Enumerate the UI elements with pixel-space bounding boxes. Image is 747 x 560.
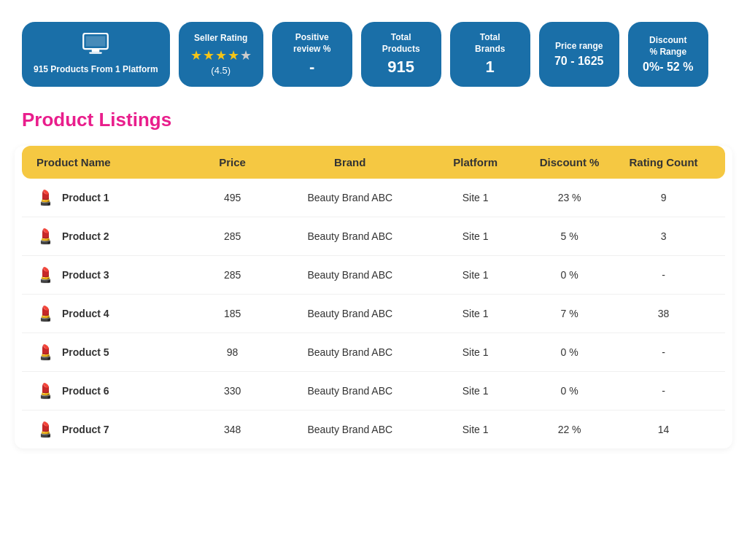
- lipstick-icon: 💄: [36, 189, 55, 206]
- price-cell: 348: [193, 424, 271, 435]
- rating-cell: -: [616, 269, 711, 281]
- product-name-text: Product 2: [62, 230, 109, 242]
- col-header-brand: Brand: [271, 156, 428, 168]
- total-brands-label: TotalBrands: [475, 32, 505, 55]
- lipstick-icon: 💄: [36, 305, 55, 322]
- stat-card-total-products: TotalProducts 915: [361, 22, 441, 87]
- col-header-discount: Discount %: [522, 156, 616, 168]
- stat-card-seller-rating: Seller Rating ★ ★ ★ ★ ★ (4.5): [179, 22, 263, 87]
- platform-cell: Site 1: [428, 385, 522, 397]
- brand-cell: Beauty Brand ABC: [271, 192, 428, 203]
- platform-cell: Site 1: [428, 269, 522, 281]
- brand-cell: Beauty Brand ABC: [271, 230, 428, 242]
- star-1: ★: [190, 47, 202, 63]
- discount-cell: 0 %: [522, 269, 616, 281]
- table-row: 💄 Product 5 98 Beauty Brand ABC Site 1 0…: [22, 333, 725, 372]
- platform-cell: Site 1: [428, 424, 522, 435]
- products-platform-label: 915 Products From 1 Platform: [34, 64, 158, 76]
- lipstick-icon: 💄: [36, 421, 55, 438]
- platform-cell: Site 1: [428, 230, 522, 242]
- table-row: 💄 Product 7 348 Beauty Brand ABC Site 1 …: [22, 411, 725, 448]
- lipstick-icon: 💄: [36, 266, 55, 284]
- rating-cell: 3: [616, 230, 711, 242]
- table-row: 💄 Product 2 285 Beauty Brand ABC Site 1 …: [22, 217, 725, 256]
- seller-rating-label: Seller Rating: [194, 33, 247, 44]
- product-name-cell: 💄 Product 2: [36, 228, 193, 245]
- rating-cell: 9: [616, 192, 711, 203]
- table-header: Product Name Price Brand Platform Discou…: [22, 146, 725, 179]
- svg-rect-1: [92, 50, 100, 52]
- rating-cell: 38: [616, 308, 711, 319]
- table-row: 💄 Product 6 330 Beauty Brand ABC Site 1 …: [22, 372, 725, 411]
- product-name-text: Product 5: [62, 346, 109, 358]
- price-range-value: 70 - 1625: [554, 55, 604, 68]
- product-name-cell: 💄 Product 3: [36, 266, 193, 284]
- discount-cell: 0 %: [522, 385, 616, 397]
- price-cell: 98: [193, 346, 271, 358]
- lipstick-icon: 💄: [36, 382, 55, 400]
- svg-rect-2: [90, 52, 103, 54]
- star-rating: ★ ★ ★ ★ ★: [190, 47, 252, 63]
- price-cell: 495: [193, 192, 271, 203]
- price-cell: 185: [193, 308, 271, 319]
- positive-review-label: Positivereview %: [293, 32, 330, 55]
- lipstick-icon: 💄: [36, 343, 55, 361]
- price-cell: 285: [193, 269, 271, 281]
- col-header-rating: Rating Count: [616, 156, 711, 168]
- total-brands-value: 1: [486, 58, 495, 77]
- table-row: 💄 Product 1 495 Beauty Brand ABC Site 1 …: [22, 179, 725, 217]
- table-row: 💄 Product 3 285 Beauty Brand ABC Site 1 …: [22, 256, 725, 295]
- brand-cell: Beauty Brand ABC: [271, 308, 428, 319]
- total-products-value: 915: [387, 58, 414, 77]
- total-products-label: TotalProducts: [382, 32, 420, 55]
- platform-cell: Site 1: [428, 346, 522, 358]
- col-header-platform: Platform: [428, 156, 522, 168]
- stat-card-price-range: Price range 70 - 1625: [539, 22, 619, 87]
- price-cell: 285: [193, 230, 271, 242]
- product-name-cell: 💄 Product 6: [36, 382, 193, 400]
- product-name-cell: 💄 Product 7: [36, 421, 193, 438]
- stat-card-discount-range: Discount% Range 0%- 52 %: [628, 22, 708, 87]
- stats-row: 915 Products From 1 Platform Seller Rati…: [15, 22, 732, 87]
- stat-card-positive-review: Positivereview % -: [272, 22, 352, 87]
- product-name-text: Product 3: [62, 269, 109, 281]
- stat-card-products-platform: 915 Products From 1 Platform: [22, 22, 170, 87]
- discount-cell: 0 %: [522, 346, 616, 358]
- table-body: 💄 Product 1 495 Beauty Brand ABC Site 1 …: [15, 179, 732, 448]
- rating-cell: -: [616, 346, 711, 358]
- rating-cell: 14: [616, 424, 711, 435]
- product-name-text: Product 7: [62, 424, 109, 435]
- product-name-cell: 💄 Product 1: [36, 189, 193, 206]
- monitor-icon: [82, 33, 109, 60]
- platform-cell: Site 1: [428, 308, 522, 319]
- discount-range-value: 0%- 52 %: [643, 61, 693, 74]
- product-name-cell: 💄 Product 4: [36, 305, 193, 322]
- brand-cell: Beauty Brand ABC: [271, 346, 428, 358]
- rating-cell: -: [616, 385, 711, 397]
- col-header-product-name: Product Name: [36, 156, 193, 168]
- brand-cell: Beauty Brand ABC: [271, 269, 428, 281]
- discount-cell: 22 %: [522, 424, 616, 435]
- star-5: ★: [240, 47, 252, 63]
- table-row: 💄 Product 4 185 Beauty Brand ABC Site 1 …: [22, 295, 725, 333]
- product-name-text: Product 1: [62, 192, 109, 203]
- platform-cell: Site 1: [428, 192, 522, 203]
- svg-rect-3: [86, 36, 105, 47]
- seller-rating-value: (4.5): [211, 65, 231, 76]
- star-4: ★: [228, 47, 239, 63]
- product-name-cell: 💄 Product 5: [36, 343, 193, 361]
- section-title: Product Listings: [15, 109, 732, 131]
- col-header-price: Price: [193, 156, 271, 168]
- discount-cell: 7 %: [522, 308, 616, 319]
- stat-card-total-brands: TotalBrands 1: [450, 22, 530, 87]
- price-cell: 330: [193, 385, 271, 397]
- product-name-text: Product 4: [62, 308, 109, 319]
- positive-review-value: -: [309, 58, 314, 77]
- brand-cell: Beauty Brand ABC: [271, 424, 428, 435]
- price-range-label: Price range: [555, 41, 603, 52]
- star-3: ★: [215, 47, 227, 63]
- brand-cell: Beauty Brand ABC: [271, 385, 428, 397]
- lipstick-icon: 💄: [36, 228, 55, 245]
- discount-range-label: Discount% Range: [649, 35, 686, 58]
- discount-cell: 5 %: [522, 230, 616, 242]
